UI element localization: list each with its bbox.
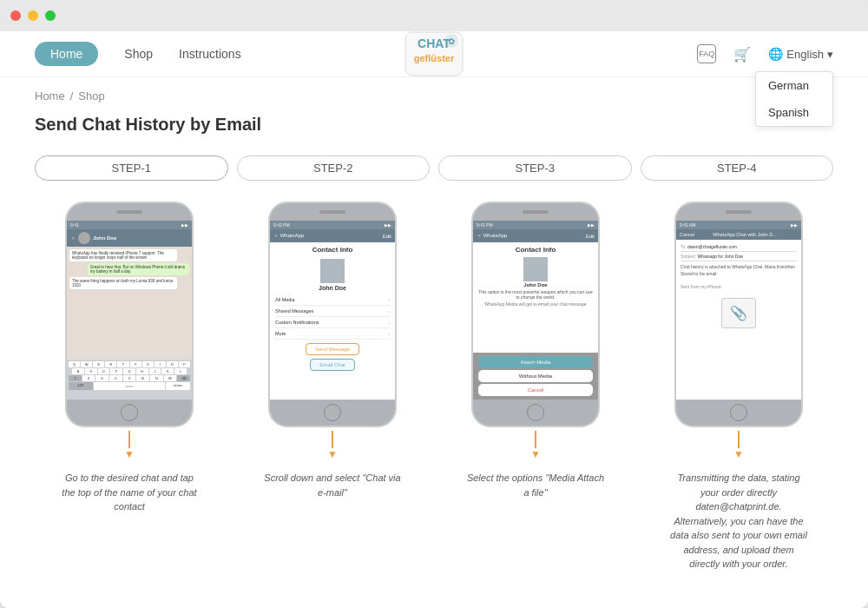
phone-2-caption: Scroll down and select "Chat via e-mail" xyxy=(263,471,402,499)
nav-instructions[interactable]: Instructions xyxy=(179,47,241,61)
phone-3-bottom xyxy=(473,400,598,426)
step-1-pill[interactable]: STEP-1 xyxy=(35,155,228,181)
breadcrumb-home[interactable]: Home xyxy=(35,89,65,102)
screen1-contact-name: John Doe xyxy=(93,235,116,241)
screen3-without-media: Without Media xyxy=(478,370,593,382)
title-bar xyxy=(0,0,868,31)
phone-4-container: 9:41 AM ▶▶ Cancel WhatsApp Chat with Joh… xyxy=(644,202,833,572)
phone-1-top xyxy=(67,203,192,221)
phone-2-frame: 9:41 PM ▶▶ ＜ WhatsApp Edit Contact Info … xyxy=(268,202,397,427)
phone-3-speaker xyxy=(523,210,549,214)
phone-1-caption: Go to the desired chat and tap the top o… xyxy=(60,471,199,514)
screen1-msg-2: Great to hear that. But on Windows Phone… xyxy=(88,263,189,275)
phone-1-speaker xyxy=(116,210,142,214)
phone-2-bottom xyxy=(270,400,395,426)
arrow-line-4 xyxy=(738,431,740,448)
cart-icon[interactable]: 🛒 xyxy=(733,46,751,63)
lang-option-german[interactable]: German xyxy=(756,72,832,99)
arrow-down-4: ▼ xyxy=(733,448,744,460)
svg-text:geflüster: geflüster xyxy=(414,53,455,63)
navbar: Home Shop Instructions CHAT geflüster ✿ xyxy=(0,31,868,77)
phone-2-top xyxy=(270,203,395,221)
steps-row: STEP-1 STEP-2 STEP-3 STEP-4 xyxy=(35,155,833,181)
phone-2-screen: 9:41 PM ▶▶ ＜ WhatsApp Edit Contact Info … xyxy=(270,221,395,400)
screen3-dialog: Attach Media Without Media Cancel xyxy=(473,353,598,400)
phone-1-annotation: ▼ xyxy=(124,431,135,460)
language-dropdown: German Spanish xyxy=(755,71,833,127)
breadcrumb-separator: / xyxy=(70,89,74,102)
logo: CHAT geflüster ✿ xyxy=(404,31,464,78)
breadcrumb: Home / Shop xyxy=(0,77,868,115)
breadcrumb-current: Shop xyxy=(78,89,104,102)
screen3-cancel: Cancel xyxy=(478,384,593,396)
globe-icon: 🌐 xyxy=(768,47,783,61)
arrow-down-1: ▼ xyxy=(124,448,135,460)
phone-1-screen: 9:41 ▶▶ ＜ John Doe WhatsApp h xyxy=(67,221,192,400)
phone-3-annotation: ▼ xyxy=(530,431,541,460)
main-content: Send Chat History by Email STEP-1 STEP-2… xyxy=(0,115,868,606)
phone-1-frame: 9:41 ▶▶ ＜ John Doe WhatsApp h xyxy=(65,202,194,427)
language-selector[interactable]: 🌐 English ▾ German Spanish xyxy=(768,47,833,61)
language-label: English xyxy=(786,48,824,61)
screen1-msg-3: The same thing happens on both my Lumia … xyxy=(69,277,177,289)
page-title: Send Chat History by Email xyxy=(35,115,833,135)
nav-home[interactable]: Home xyxy=(35,42,98,66)
screen2-email-chat: Email Chat xyxy=(310,359,354,371)
svg-text:✿: ✿ xyxy=(448,36,455,46)
phone-1-container: 9:41 ▶▶ ＜ John Doe WhatsApp h xyxy=(35,202,224,572)
phone-3-frame: 9:41 PM ▶▶ ＜ WhatsApp Edit Contact Info … xyxy=(471,202,600,427)
screen1-msg-1: WhatsApp has finally received iPhone 7 s… xyxy=(69,249,177,261)
close-button[interactable] xyxy=(10,10,21,21)
phone-4-annotation: ▼ xyxy=(733,431,744,460)
phones-row: 9:41 ▶▶ ＜ John Doe WhatsApp h xyxy=(35,202,833,572)
phone-3-home-button xyxy=(527,404,544,421)
nav-shop[interactable]: Shop xyxy=(124,47,153,61)
phone-1-home-button xyxy=(121,404,138,421)
maximize-button[interactable] xyxy=(45,10,56,21)
phone-4-speaker xyxy=(726,210,752,214)
phone-3-caption: Select the options "Media Attach a file" xyxy=(466,471,605,499)
phone-4-top xyxy=(676,203,801,221)
phone-4-screen: 9:41 AM ▶▶ Cancel WhatsApp Chat with Joh… xyxy=(676,221,801,400)
step-3-pill[interactable]: STEP-3 xyxy=(438,155,632,181)
arrow-down-3: ▼ xyxy=(530,448,541,460)
lang-option-spanish[interactable]: Spanish xyxy=(756,99,832,126)
arrow-down-2: ▼ xyxy=(327,448,338,460)
screen2-send-message: Send Message xyxy=(306,343,359,355)
minimize-button[interactable] xyxy=(28,10,38,21)
arrow-line-1 xyxy=(128,431,130,448)
phone-3-screen: 9:41 PM ▶▶ ＜ WhatsApp Edit Contact Info … xyxy=(473,221,598,400)
phone-1-bottom xyxy=(67,400,192,426)
phone-4-home-button xyxy=(730,404,747,421)
phone-2-annotation: ▼ xyxy=(327,431,338,460)
screen3-attach-media: Attach Media xyxy=(478,356,593,368)
phone-4-bottom xyxy=(676,400,801,426)
phone-4-frame: 9:41 AM ▶▶ Cancel WhatsApp Chat with Joh… xyxy=(674,202,803,427)
phone-4-caption: Transmitting the data, stating your orde… xyxy=(669,471,808,572)
phone-2-speaker xyxy=(319,210,345,214)
phone-3-top xyxy=(473,203,598,221)
arrow-line-3 xyxy=(535,431,536,448)
phone-3-container: 9:41 PM ▶▶ ＜ WhatsApp Edit Contact Info … xyxy=(441,202,630,572)
nav-left: Home Shop Instructions xyxy=(35,42,241,66)
phone-2-container: 9:41 PM ▶▶ ＜ WhatsApp Edit Contact Info … xyxy=(238,202,427,572)
faq-icon[interactable]: FAQ xyxy=(697,44,716,63)
step-4-pill[interactable]: STEP-4 xyxy=(641,155,834,181)
step-2-pill[interactable]: STEP-2 xyxy=(237,155,431,181)
page-content: Home Shop Instructions CHAT geflüster ✿ xyxy=(0,31,868,608)
arrow-line-2 xyxy=(332,431,333,448)
browser-window: Home Shop Instructions CHAT geflüster ✿ xyxy=(0,0,868,608)
nav-right: FAQ 🛒 🌐 English ▾ German Spanish xyxy=(697,44,833,63)
chevron-down-icon: ▾ xyxy=(827,48,833,61)
phone-2-home-button xyxy=(324,404,341,421)
